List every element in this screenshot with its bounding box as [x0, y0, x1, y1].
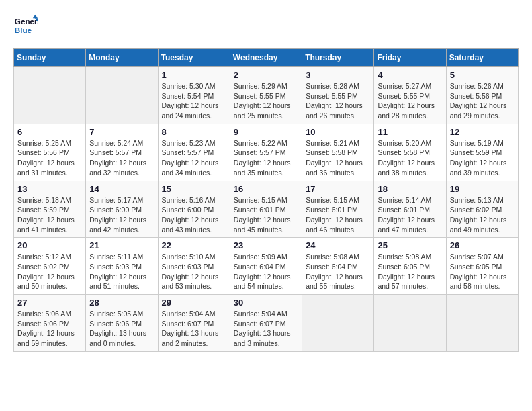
day-info: Sunrise: 5:19 AMSunset: 5:59 PMDaylight:… — [450, 138, 515, 178]
calendar-cell: 22Sunrise: 5:10 AMSunset: 6:03 PMDayligh… — [158, 238, 230, 295]
day-number: 28 — [89, 298, 154, 308]
day-info: Sunrise: 5:13 AMSunset: 6:02 PMDaylight:… — [450, 195, 515, 235]
week-row-4: 20Sunrise: 5:12 AMSunset: 6:02 PMDayligh… — [14, 238, 519, 295]
day-info: Sunrise: 5:15 AMSunset: 6:01 PMDaylight:… — [306, 195, 370, 235]
day-info: Sunrise: 5:08 AMSunset: 6:04 PMDaylight:… — [306, 252, 370, 291]
weekday-header-wednesday: Wednesday — [230, 49, 302, 67]
day-info: Sunrise: 5:25 AMSunset: 5:56 PMDaylight:… — [17, 138, 82, 178]
day-number: 1 — [162, 70, 226, 80]
day-info: Sunrise: 5:15 AMSunset: 6:01 PMDaylight:… — [234, 195, 298, 235]
day-number: 7 — [89, 127, 154, 137]
calendar-cell: 20Sunrise: 5:12 AMSunset: 6:02 PMDayligh… — [14, 238, 86, 295]
logo-icon: General Blue — [13, 13, 38, 38]
day-info: Sunrise: 5:16 AMSunset: 6:00 PMDaylight:… — [162, 195, 226, 235]
day-number: 26 — [450, 240, 515, 250]
day-number: 29 — [162, 298, 226, 308]
day-number: 25 — [378, 240, 442, 250]
day-info: Sunrise: 5:24 AMSunset: 5:57 PMDaylight:… — [89, 138, 154, 178]
day-number: 15 — [162, 184, 226, 194]
day-number: 20 — [17, 240, 82, 250]
day-info: Sunrise: 5:22 AMSunset: 5:57 PMDaylight:… — [234, 138, 298, 178]
week-row-2: 6Sunrise: 5:25 AMSunset: 5:56 PMDaylight… — [14, 124, 519, 181]
calendar-cell: 18Sunrise: 5:14 AMSunset: 6:01 PMDayligh… — [374, 181, 446, 238]
day-number: 22 — [162, 240, 226, 250]
day-number: 4 — [378, 70, 442, 80]
day-info: Sunrise: 5:20 AMSunset: 5:58 PMDaylight:… — [378, 138, 442, 178]
day-info: Sunrise: 5:09 AMSunset: 6:04 PMDaylight:… — [234, 252, 298, 291]
day-number: 14 — [89, 184, 154, 194]
weekday-header-tuesday: Tuesday — [158, 49, 230, 67]
day-info: Sunrise: 5:12 AMSunset: 6:02 PMDaylight:… — [17, 252, 82, 291]
svg-text:Blue: Blue — [15, 26, 32, 34]
calendar-cell — [374, 295, 446, 352]
calendar-cell — [86, 67, 158, 124]
calendar-cell: 5Sunrise: 5:26 AMSunset: 5:56 PMDaylight… — [446, 67, 518, 124]
day-number: 16 — [234, 184, 298, 194]
calendar-cell: 15Sunrise: 5:16 AMSunset: 6:00 PMDayligh… — [158, 181, 230, 238]
day-number: 18 — [378, 184, 442, 194]
weekday-header-sunday: Sunday — [14, 49, 86, 67]
calendar-cell: 27Sunrise: 5:06 AMSunset: 6:06 PMDayligh… — [14, 295, 86, 352]
day-info: Sunrise: 5:21 AMSunset: 5:58 PMDaylight:… — [306, 138, 370, 178]
calendar-cell: 13Sunrise: 5:18 AMSunset: 5:59 PMDayligh… — [14, 181, 86, 238]
day-info: Sunrise: 5:26 AMSunset: 5:56 PMDaylight:… — [450, 81, 515, 121]
day-number: 5 — [450, 70, 515, 80]
day-number: 27 — [17, 298, 82, 308]
day-info: Sunrise: 5:17 AMSunset: 6:00 PMDaylight:… — [89, 195, 154, 235]
calendar-cell: 4Sunrise: 5:27 AMSunset: 5:55 PMDaylight… — [374, 67, 446, 124]
week-row-3: 13Sunrise: 5:18 AMSunset: 5:59 PMDayligh… — [14, 181, 519, 238]
day-info: Sunrise: 5:11 AMSunset: 6:03 PMDaylight:… — [89, 252, 154, 291]
calendar-cell: 29Sunrise: 5:04 AMSunset: 6:07 PMDayligh… — [158, 295, 230, 352]
calendar-cell: 21Sunrise: 5:11 AMSunset: 6:03 PMDayligh… — [86, 238, 158, 295]
calendar-cell: 23Sunrise: 5:09 AMSunset: 6:04 PMDayligh… — [230, 238, 302, 295]
calendar-cell — [302, 295, 374, 352]
weekday-header-row: SundayMondayTuesdayWednesdayThursdayFrid… — [14, 49, 519, 67]
day-info: Sunrise: 5:18 AMSunset: 5:59 PMDaylight:… — [17, 195, 82, 235]
day-number: 30 — [234, 298, 298, 308]
logo: General Blue — [13, 13, 40, 38]
day-number: 13 — [17, 184, 82, 194]
day-number: 10 — [306, 127, 370, 137]
day-number: 3 — [306, 70, 370, 80]
day-info: Sunrise: 5:08 AMSunset: 6:05 PMDaylight:… — [378, 252, 442, 291]
day-number: 19 — [450, 184, 515, 194]
calendar-cell: 7Sunrise: 5:24 AMSunset: 5:57 PMDaylight… — [86, 124, 158, 181]
weekday-header-thursday: Thursday — [302, 49, 374, 67]
day-info: Sunrise: 5:29 AMSunset: 5:55 PMDaylight:… — [234, 81, 298, 121]
day-number: 9 — [234, 127, 298, 137]
weekday-header-friday: Friday — [374, 49, 446, 67]
calendar-cell — [446, 295, 518, 352]
calendar-cell: 6Sunrise: 5:25 AMSunset: 5:56 PMDaylight… — [14, 124, 86, 181]
day-info: Sunrise: 5:04 AMSunset: 6:07 PMDaylight:… — [162, 309, 226, 349]
day-number: 23 — [234, 240, 298, 250]
day-info: Sunrise: 5:10 AMSunset: 6:03 PMDaylight:… — [162, 252, 226, 291]
calendar-cell: 8Sunrise: 5:23 AMSunset: 5:57 PMDaylight… — [158, 124, 230, 181]
day-info: Sunrise: 5:30 AMSunset: 5:54 PMDaylight:… — [162, 81, 226, 121]
day-number: 8 — [162, 127, 226, 137]
calendar-cell: 19Sunrise: 5:13 AMSunset: 6:02 PMDayligh… — [446, 181, 518, 238]
calendar-cell: 12Sunrise: 5:19 AMSunset: 5:59 PMDayligh… — [446, 124, 518, 181]
day-info: Sunrise: 5:07 AMSunset: 6:05 PMDaylight:… — [450, 252, 515, 291]
day-number: 24 — [306, 240, 370, 250]
day-number: 6 — [17, 127, 82, 137]
day-info: Sunrise: 5:28 AMSunset: 5:55 PMDaylight:… — [306, 81, 370, 121]
week-row-5: 27Sunrise: 5:06 AMSunset: 6:06 PMDayligh… — [14, 295, 519, 352]
day-info: Sunrise: 5:14 AMSunset: 6:01 PMDaylight:… — [378, 195, 442, 235]
calendar-cell: 3Sunrise: 5:28 AMSunset: 5:55 PMDaylight… — [302, 67, 374, 124]
calendar-cell: 9Sunrise: 5:22 AMSunset: 5:57 PMDaylight… — [230, 124, 302, 181]
calendar-cell: 11Sunrise: 5:20 AMSunset: 5:58 PMDayligh… — [374, 124, 446, 181]
day-info: Sunrise: 5:04 AMSunset: 6:07 PMDaylight:… — [234, 309, 298, 349]
calendar-cell: 26Sunrise: 5:07 AMSunset: 6:05 PMDayligh… — [446, 238, 518, 295]
calendar-cell: 2Sunrise: 5:29 AMSunset: 5:55 PMDaylight… — [230, 67, 302, 124]
week-row-1: 1Sunrise: 5:30 AMSunset: 5:54 PMDaylight… — [14, 67, 519, 124]
day-info: Sunrise: 5:27 AMSunset: 5:55 PMDaylight:… — [378, 81, 442, 121]
calendar-cell: 25Sunrise: 5:08 AMSunset: 6:05 PMDayligh… — [374, 238, 446, 295]
calendar-cell: 24Sunrise: 5:08 AMSunset: 6:04 PMDayligh… — [302, 238, 374, 295]
page-header: General Blue — [13, 13, 519, 38]
day-number: 17 — [306, 184, 370, 194]
day-number: 21 — [89, 240, 154, 250]
day-info: Sunrise: 5:23 AMSunset: 5:57 PMDaylight:… — [162, 138, 226, 178]
calendar-table: SundayMondayTuesdayWednesdayThursdayFrid… — [13, 48, 519, 352]
calendar-cell: 17Sunrise: 5:15 AMSunset: 6:01 PMDayligh… — [302, 181, 374, 238]
weekday-header-saturday: Saturday — [446, 49, 518, 67]
